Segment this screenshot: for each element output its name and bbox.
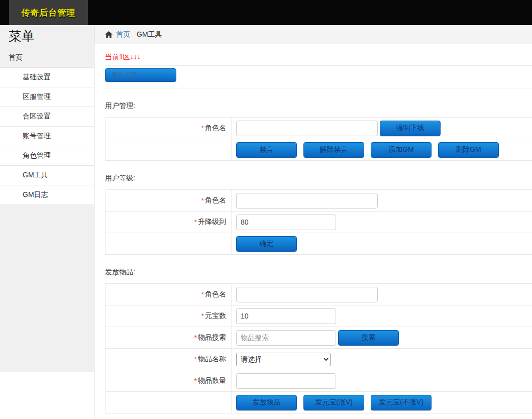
sidebar-header: 菜单	[0, 25, 94, 48]
form-row-give-actions: 发放物品 发元宝(涨V) 发元宝(不涨V)	[105, 392, 532, 413]
sidebar-item-zone-server-management[interactable]: 区服管理	[0, 87, 94, 107]
sidebar-filler	[0, 205, 94, 372]
form-row-confirm: 确定	[105, 233, 532, 255]
form-row-level: * 升降级到	[105, 212, 532, 233]
sidebar: 菜单 首页 基础设置 区服管理 合区设置 账号管理 角色管理 GM工具	[0, 25, 94, 419]
give-yuanbao-vip-button[interactable]: 发元宝(涨V)	[303, 395, 364, 410]
section-title-user-management: 用户管理:	[105, 101, 532, 111]
app-title: 传奇后台管理	[22, 7, 76, 19]
item-name-select[interactable]: 请选择	[236, 353, 331, 366]
form-row-item-name: * 物品名称 请选择	[105, 349, 532, 370]
add-gm-button[interactable]: 添加GM	[371, 142, 432, 158]
form-row-item-search: * 物品搜索 搜索	[105, 327, 532, 349]
yuanbao-label: * 元宝数	[105, 305, 232, 327]
sidebar-item-label: 账号管理	[23, 132, 51, 141]
switch-zone-row: 更换分区	[105, 66, 532, 88]
empty-label	[105, 233, 232, 254]
breadcrumb-home-link[interactable]: 首页	[116, 30, 130, 39]
ul-role-name-input[interactable]	[236, 193, 378, 208]
section-title-user-level: 用户等级:	[105, 174, 532, 183]
sidebar-item-label: 角色管理	[23, 151, 51, 160]
form-row-role-name: * 角色名 强制下线	[105, 118, 532, 139]
yuanbao-input[interactable]	[236, 308, 336, 324]
form-row-role-name: * 角色名	[105, 190, 532, 212]
give-yuanbao-novip-button[interactable]: 发元宝(不涨V)	[371, 395, 432, 410]
required-mark: *	[201, 312, 204, 320]
sidebar-item-label: GM日志	[23, 190, 48, 199]
unmute-button[interactable]: 解除禁言	[303, 142, 364, 158]
mute-button[interactable]: 禁言	[236, 142, 297, 158]
role-name-label: * 角色名	[105, 118, 232, 139]
sidebar-item-role-management[interactable]: 角色管理	[0, 146, 94, 166]
item-name-label: * 物品名称	[105, 349, 232, 370]
item-search-label: * 物品搜索	[105, 327, 232, 348]
empty-label	[105, 392, 232, 413]
item-qty-label: * 物品数量	[105, 370, 232, 391]
give-items-button[interactable]: 发放物品	[236, 395, 297, 410]
required-mark: *	[201, 196, 204, 204]
sidebar-item-merge-zone-settings[interactable]: 合区设置	[0, 107, 94, 127]
form-row-yuanbao: * 元宝数	[105, 305, 532, 327]
top-bar: 传奇后台管理	[0, 0, 532, 25]
switch-zone-button[interactable]: 更换分区	[105, 68, 176, 82]
required-mark: *	[194, 218, 197, 226]
um-role-name-input[interactable]	[236, 121, 378, 136]
level-label: * 升降级到	[105, 212, 232, 233]
delete-gm-button[interactable]: 删除GM	[438, 142, 499, 158]
zone-notice-row: 当前1区↓↓↓	[105, 44, 532, 66]
sidebar-item-label: 合区设置	[23, 112, 51, 121]
sidebar-item-basic-settings[interactable]: 基础设置	[0, 68, 94, 87]
required-mark: *	[194, 334, 197, 342]
item-search-input[interactable]	[236, 330, 336, 346]
sidebar-item-label: 区服管理	[23, 92, 51, 101]
app-logo: 传奇后台管理	[9, 0, 88, 25]
user-management-form: * 角色名 强制下线 禁言 解除禁言 添加GM	[105, 117, 532, 161]
required-mark: *	[201, 290, 204, 298]
sidebar-item-label: 基础设置	[23, 73, 51, 82]
sidebar-item-gm-logs[interactable]: GM日志	[0, 185, 94, 205]
user-level-form: * 角色名 * 升降级到	[105, 189, 532, 255]
form-row-item-qty: * 物品数量	[105, 370, 532, 392]
search-button[interactable]: 搜索	[338, 330, 399, 346]
sidebar-item-home[interactable]: 首页	[0, 48, 94, 68]
sidebar-item-account-management[interactable]: 账号管理	[0, 127, 94, 146]
required-mark: *	[194, 355, 197, 363]
sidebar-item-label: 首页	[9, 53, 23, 62]
section-title-give-items: 发放物品:	[105, 268, 532, 277]
form-row-actions: 禁言 解除禁言 添加GM 删除GM	[105, 139, 532, 161]
role-name-label: * 角色名	[105, 190, 232, 211]
force-offline-button[interactable]: 强制下线	[380, 121, 441, 136]
required-mark: *	[194, 377, 197, 385]
current-zone-notice: 当前1区↓↓↓	[105, 53, 141, 61]
sidebar-item-gm-tools[interactable]: GM工具	[0, 166, 94, 185]
main-content: 首页 GM工具 当前1区↓↓↓ 更换分区 用户管理: * 角色名	[94, 25, 532, 419]
form-row-role-name: * 角色名	[105, 284, 532, 305]
home-icon	[105, 31, 113, 38]
give-items-form: * 角色名 * 元宝数	[105, 283, 532, 413]
breadcrumb-current: GM工具	[137, 30, 162, 39]
breadcrumb: 首页 GM工具	[94, 25, 532, 44]
level-input[interactable]	[236, 215, 336, 230]
required-mark: *	[201, 124, 204, 132]
confirm-button[interactable]: 确定	[236, 236, 297, 252]
empty-label	[105, 139, 232, 160]
role-name-label: * 角色名	[105, 284, 232, 305]
item-qty-input[interactable]	[236, 373, 336, 389]
screen: 传奇后台管理 菜单 首页 基础设置 区服管理 合区设置 账号管理 角色管理	[0, 0, 532, 419]
sidebar-item-label: GM工具	[23, 171, 48, 180]
gi-role-name-input[interactable]	[236, 287, 378, 302]
